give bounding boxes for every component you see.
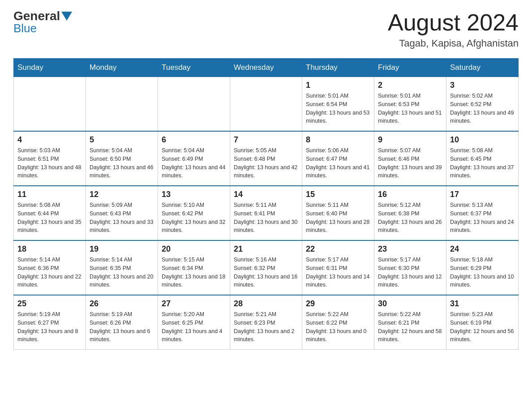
calendar-cell (158, 77, 230, 132)
day-number: 14 (234, 190, 298, 199)
day-number: 3 (450, 81, 515, 90)
calendar-cell: 26Sunrise: 5:19 AM Sunset: 6:26 PM Dayli… (86, 295, 158, 350)
day-number: 10 (450, 135, 515, 145)
day-info: Sunrise: 5:19 AM Sunset: 6:27 PM Dayligh… (17, 310, 82, 344)
day-info: Sunrise: 5:04 AM Sunset: 6:50 PM Dayligh… (90, 146, 154, 180)
calendar-cell (230, 77, 302, 132)
day-info: Sunrise: 5:06 AM Sunset: 6:47 PM Dayligh… (306, 146, 370, 180)
day-info: Sunrise: 5:02 AM Sunset: 6:52 PM Dayligh… (450, 92, 515, 125)
day-number: 13 (162, 190, 226, 199)
calendar-cell: 27Sunrise: 5:20 AM Sunset: 6:25 PM Dayli… (158, 295, 230, 350)
calendar-cell: 21Sunrise: 5:16 AM Sunset: 6:32 PM Dayli… (230, 240, 302, 295)
calendar-week-row: 4Sunrise: 5:03 AM Sunset: 6:51 PM Daylig… (14, 131, 519, 186)
calendar-day-header: Saturday (446, 59, 519, 77)
day-info: Sunrise: 5:09 AM Sunset: 6:43 PM Dayligh… (90, 201, 154, 235)
day-info: Sunrise: 5:14 AM Sunset: 6:36 PM Dayligh… (17, 256, 82, 289)
day-number: 26 (90, 299, 154, 308)
day-info: Sunrise: 5:11 AM Sunset: 6:41 PM Dayligh… (234, 201, 298, 235)
calendar-week-row: 1Sunrise: 5:01 AM Sunset: 6:54 PM Daylig… (14, 77, 519, 132)
day-number: 25 (17, 299, 82, 308)
logo: General Blue (13, 9, 73, 35)
day-number: 28 (234, 299, 298, 308)
day-number: 18 (17, 244, 82, 254)
calendar-cell: 18Sunrise: 5:14 AM Sunset: 6:36 PM Dayli… (14, 240, 86, 295)
calendar-cell: 3Sunrise: 5:02 AM Sunset: 6:52 PM Daylig… (446, 77, 519, 132)
day-info: Sunrise: 5:10 AM Sunset: 6:42 PM Dayligh… (162, 201, 226, 235)
calendar-cell: 25Sunrise: 5:19 AM Sunset: 6:27 PM Dayli… (14, 295, 86, 350)
day-info: Sunrise: 5:22 AM Sunset: 6:21 PM Dayligh… (378, 310, 442, 344)
calendar-cell: 11Sunrise: 5:08 AM Sunset: 6:44 PM Dayli… (14, 186, 86, 240)
logo-triangle-icon (61, 12, 72, 21)
day-number: 31 (450, 299, 515, 308)
day-info: Sunrise: 5:17 AM Sunset: 6:31 PM Dayligh… (306, 256, 370, 289)
day-number: 1 (306, 81, 370, 90)
calendar-cell: 2Sunrise: 5:01 AM Sunset: 6:53 PM Daylig… (374, 77, 446, 132)
day-number: 8 (306, 135, 370, 145)
calendar-day-header: Monday (86, 59, 158, 77)
calendar-cell: 1Sunrise: 5:01 AM Sunset: 6:54 PM Daylig… (302, 77, 374, 132)
day-info: Sunrise: 5:13 AM Sunset: 6:37 PM Dayligh… (450, 201, 515, 235)
calendar-cell: 12Sunrise: 5:09 AM Sunset: 6:43 PM Dayli… (86, 186, 158, 240)
calendar-day-header: Tuesday (158, 59, 230, 77)
location-title: Tagab, Kapisa, Afghanistan (388, 38, 519, 49)
day-number: 2 (378, 81, 442, 90)
day-number: 7 (234, 135, 298, 145)
calendar-cell: 10Sunrise: 5:08 AM Sunset: 6:45 PM Dayli… (446, 131, 519, 186)
calendar-cell: 6Sunrise: 5:04 AM Sunset: 6:49 PM Daylig… (158, 131, 230, 186)
calendar-cell: 30Sunrise: 5:22 AM Sunset: 6:21 PM Dayli… (374, 295, 446, 350)
calendar-week-row: 18Sunrise: 5:14 AM Sunset: 6:36 PM Dayli… (14, 240, 519, 295)
calendar-table: SundayMondayTuesdayWednesdayThursdayFrid… (13, 58, 519, 350)
calendar-day-header: Sunday (14, 59, 86, 77)
month-title: August 2024 (388, 9, 519, 36)
day-info: Sunrise: 5:03 AM Sunset: 6:51 PM Dayligh… (17, 146, 82, 180)
day-info: Sunrise: 5:14 AM Sunset: 6:35 PM Dayligh… (90, 256, 154, 289)
day-info: Sunrise: 5:01 AM Sunset: 6:53 PM Dayligh… (378, 92, 442, 125)
day-number: 27 (162, 299, 226, 308)
calendar-day-header: Thursday (302, 59, 374, 77)
day-number: 12 (90, 190, 154, 199)
day-info: Sunrise: 5:20 AM Sunset: 6:25 PM Dayligh… (162, 310, 226, 344)
calendar-cell: 9Sunrise: 5:07 AM Sunset: 6:46 PM Daylig… (374, 131, 446, 186)
calendar-cell: 7Sunrise: 5:05 AM Sunset: 6:48 PM Daylig… (230, 131, 302, 186)
day-number: 16 (378, 190, 442, 199)
day-number: 17 (450, 190, 515, 199)
day-info: Sunrise: 5:21 AM Sunset: 6:23 PM Dayligh… (234, 310, 298, 344)
day-number: 29 (306, 299, 370, 308)
calendar-cell: 8Sunrise: 5:06 AM Sunset: 6:47 PM Daylig… (302, 131, 374, 186)
day-info: Sunrise: 5:23 AM Sunset: 6:19 PM Dayligh… (450, 310, 515, 344)
logo-blue-text: Blue (13, 21, 37, 35)
page-header: General Blue August 2024 Tagab, Kapisa, … (13, 9, 519, 49)
day-info: Sunrise: 5:11 AM Sunset: 6:40 PM Dayligh… (306, 201, 370, 235)
calendar-cell: 20Sunrise: 5:15 AM Sunset: 6:34 PM Dayli… (158, 240, 230, 295)
calendar-cell: 15Sunrise: 5:11 AM Sunset: 6:40 PM Dayli… (302, 186, 374, 240)
calendar-cell: 17Sunrise: 5:13 AM Sunset: 6:37 PM Dayli… (446, 186, 519, 240)
calendar-day-header: Wednesday (230, 59, 302, 77)
calendar-cell (14, 77, 86, 132)
calendar-cell: 16Sunrise: 5:12 AM Sunset: 6:38 PM Dayli… (374, 186, 446, 240)
day-number: 22 (306, 244, 370, 254)
day-number: 23 (378, 244, 442, 254)
day-info: Sunrise: 5:07 AM Sunset: 6:46 PM Dayligh… (378, 146, 442, 180)
calendar-week-row: 11Sunrise: 5:08 AM Sunset: 6:44 PM Dayli… (14, 186, 519, 240)
day-number: 6 (162, 135, 226, 145)
day-number: 21 (234, 244, 298, 254)
calendar-cell: 4Sunrise: 5:03 AM Sunset: 6:51 PM Daylig… (14, 131, 86, 186)
day-info: Sunrise: 5:01 AM Sunset: 6:54 PM Dayligh… (306, 92, 370, 125)
day-info: Sunrise: 5:16 AM Sunset: 6:32 PM Dayligh… (234, 256, 298, 289)
calendar-cell (86, 77, 158, 132)
day-number: 20 (162, 244, 226, 254)
calendar-day-header: Friday (374, 59, 446, 77)
calendar-cell: 5Sunrise: 5:04 AM Sunset: 6:50 PM Daylig… (86, 131, 158, 186)
calendar-cell: 28Sunrise: 5:21 AM Sunset: 6:23 PM Dayli… (230, 295, 302, 350)
day-info: Sunrise: 5:17 AM Sunset: 6:30 PM Dayligh… (378, 256, 442, 289)
day-info: Sunrise: 5:08 AM Sunset: 6:45 PM Dayligh… (450, 146, 515, 180)
calendar-cell: 24Sunrise: 5:18 AM Sunset: 6:29 PM Dayli… (446, 240, 519, 295)
calendar-cell: 13Sunrise: 5:10 AM Sunset: 6:42 PM Dayli… (158, 186, 230, 240)
calendar-cell: 23Sunrise: 5:17 AM Sunset: 6:30 PM Dayli… (374, 240, 446, 295)
calendar-cell: 22Sunrise: 5:17 AM Sunset: 6:31 PM Dayli… (302, 240, 374, 295)
calendar-cell: 29Sunrise: 5:22 AM Sunset: 6:22 PM Dayli… (302, 295, 374, 350)
day-number: 9 (378, 135, 442, 145)
day-info: Sunrise: 5:05 AM Sunset: 6:48 PM Dayligh… (234, 146, 298, 180)
day-number: 15 (306, 190, 370, 199)
day-info: Sunrise: 5:19 AM Sunset: 6:26 PM Dayligh… (90, 310, 154, 344)
